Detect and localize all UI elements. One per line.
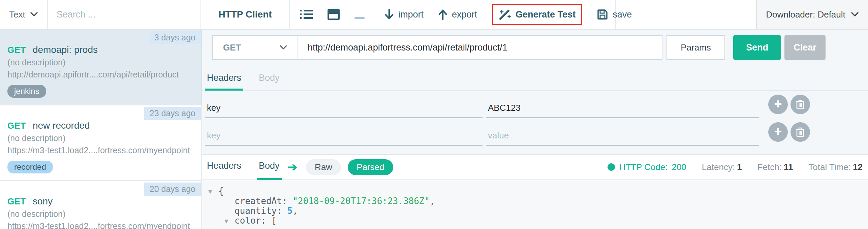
fetch-stat: Fetch:11: [757, 162, 793, 172]
chevron-down-icon: [30, 12, 38, 17]
downloader-dropdown[interactable]: Downloader: Default: [756, 0, 868, 29]
method-select[interactable]: GET: [213, 36, 298, 59]
timestamp-badge: 20 days ago: [144, 183, 201, 196]
header-row: +: [205, 91, 868, 118]
toolbar-spacer: [616, 0, 756, 29]
collapse-triangle-icon[interactable]: ▼: [224, 216, 235, 226]
export-label: export: [452, 9, 477, 20]
request-url: https://m3-test1.load2....fortress.com/m…: [7, 221, 193, 229]
http-code-label: HTTP Code:: [619, 162, 668, 172]
request-description: (no description): [7, 209, 193, 219]
history-item-sony[interactable]: 20 days ago GET sony (no description) ht…: [0, 181, 202, 229]
export-button[interactable]: export: [438, 9, 477, 20]
timestamp-badge: 3 days ago: [149, 31, 201, 44]
history-item-demoapi-prods[interactable]: 3 days ago GET demoapi: prods (no descri…: [0, 30, 202, 105]
request-url: http://demoapi.apifortr....com/api/retai…: [7, 70, 193, 79]
minimize-icon[interactable]: [354, 17, 365, 19]
header-value-input[interactable]: [486, 130, 759, 146]
http-code: HTTP Code: 200: [608, 162, 686, 172]
params-label: Params: [681, 42, 711, 53]
json-key: createdAt:: [235, 196, 292, 206]
clear-label: Clear: [794, 42, 816, 53]
json-line-color: ▼color: [: [208, 216, 868, 226]
parsed-toggle[interactable]: Parsed: [348, 159, 393, 175]
total-time-stat: Total Time:12: [808, 162, 863, 172]
response-toolbar: Headers Body ➔ Raw Parsed HTTP Code: 200…: [202, 154, 868, 180]
tag-badge: jenkins: [7, 85, 46, 98]
delete-header-button[interactable]: [790, 95, 810, 114]
raw-toggle[interactable]: Raw: [306, 159, 341, 175]
collapse-triangle-icon[interactable]: ▼: [208, 187, 218, 196]
list-view-icon[interactable]: [300, 9, 313, 20]
trash-icon: [796, 99, 805, 109]
json-line-quantity: quantity: 5,: [208, 206, 868, 216]
generate-test-button[interactable]: Generate Test: [492, 4, 582, 25]
json-line-createdat: createdAt: "2018-09-20T17:36:23.386Z",: [208, 196, 868, 206]
import-label: import: [398, 9, 424, 20]
url-bar: GET: [212, 35, 662, 60]
header-row: +: [205, 118, 868, 146]
response-stats: HTTP Code: 200 Latency:1 Fetch:11 Total …: [608, 162, 863, 172]
request-name: demoapi: prods: [33, 44, 98, 55]
latency-value: 1: [737, 162, 742, 172]
json-number-value: 5: [287, 206, 293, 216]
import-button[interactable]: import: [385, 9, 424, 20]
chevron-down-icon: [851, 12, 859, 17]
send-button[interactable]: Send: [733, 35, 781, 60]
status-dot-icon: [608, 163, 615, 171]
downloader-label: Downloader: Default: [766, 9, 845, 20]
search-type-dropdown[interactable]: Text: [0, 0, 48, 29]
method-badge: GET: [7, 121, 26, 131]
row-actions: +: [768, 122, 810, 142]
tab-response-headers[interactable]: Headers: [205, 155, 243, 180]
method-badge: GET: [7, 196, 26, 207]
clear-button[interactable]: Clear: [784, 35, 826, 60]
http-client-app: Text HTTP Client: [0, 0, 868, 229]
arrow-down-icon: [385, 9, 394, 20]
tab-request-body[interactable]: Body: [257, 69, 282, 91]
search-input[interactable]: [57, 9, 192, 20]
latency-stat: Latency:1: [702, 162, 742, 172]
request-description: (no description): [7, 133, 193, 143]
search-type-label: Text: [9, 9, 25, 20]
history-item-new-recorded[interactable]: 23 days ago GET new recorded (no descrip…: [0, 105, 202, 181]
delete-header-button[interactable]: [790, 122, 810, 142]
json-key: color:: [235, 216, 272, 226]
trash-icon: [796, 127, 805, 137]
tag-badge: recorded: [7, 161, 53, 173]
magic-wand-icon: [499, 8, 511, 21]
window-view-icon[interactable]: [328, 9, 340, 20]
params-button[interactable]: Params: [666, 35, 725, 60]
plus-icon: +: [774, 97, 782, 110]
view-toggle-group: [290, 0, 375, 29]
row-actions: +: [768, 95, 810, 114]
request-headers-editor: +: [202, 91, 868, 146]
arrow-right-icon: ➔: [288, 160, 298, 174]
plus-icon: +: [774, 125, 782, 138]
request-tabs: Headers Body: [202, 69, 868, 91]
request-name: sony: [33, 196, 53, 207]
send-label: Send: [746, 42, 768, 53]
tab-response-body[interactable]: Body: [257, 155, 282, 180]
add-header-button[interactable]: +: [768, 122, 788, 142]
total-time-value: 12: [853, 162, 863, 172]
response-body-viewer: ▼{ createdAt: "2018-09-20T17:36:23.386Z"…: [202, 180, 868, 229]
page-title: HTTP Client: [201, 0, 290, 29]
header-key-input[interactable]: [205, 103, 483, 118]
header-key-input[interactable]: [205, 130, 483, 146]
json-indent-guide: [216, 197, 216, 229]
save-floppy-icon: [597, 9, 608, 20]
header-value-input[interactable]: [486, 103, 759, 118]
search-box: [48, 0, 201, 29]
top-toolbar: Text HTTP Client: [0, 0, 868, 30]
fetch-label: Fetch:: [757, 162, 782, 172]
main-area: 3 days ago GET demoapi: prods (no descri…: [0, 30, 868, 229]
json-open-brace: {: [218, 186, 224, 196]
tab-request-headers[interactable]: Headers: [205, 69, 243, 91]
http-client-panel: GET Params Send Clear: [202, 30, 868, 229]
toolbar-actions: import export Generate Test: [375, 0, 616, 29]
latency-label: Latency:: [702, 162, 735, 172]
request-bar: GET Params Send Clear: [212, 35, 858, 60]
add-header-button[interactable]: +: [768, 95, 788, 114]
url-input[interactable]: [298, 36, 662, 59]
